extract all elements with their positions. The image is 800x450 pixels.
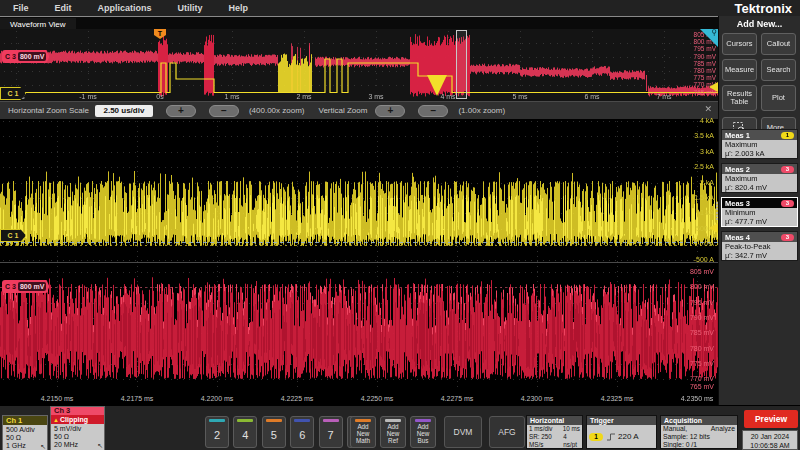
vertical-zoom-plus-button[interactable]: + [375, 105, 405, 117]
trigger-panel[interactable]: Trigger 1 220 A [586, 415, 657, 449]
acquisition-mode: Manual, [663, 425, 687, 433]
waveform-overview[interactable]: -2 ms-1 ms0s1 ms2 ms3 ms4 ms5 ms6 ms7 ms… [0, 29, 718, 101]
acquisition-analyze: Analyze [711, 425, 735, 433]
channel-number: 5 [271, 422, 277, 447]
ch3-axis-label: 805 mV [690, 268, 714, 276]
ch1-axis-label: 2.5 kA [694, 163, 714, 171]
add-button-label: AddNewMath [356, 422, 370, 447]
ch3-axis-label: 765 mV [690, 383, 714, 391]
sidebar-splitter-handle[interactable] [714, 202, 720, 220]
ch1-bandwidth: 1 GHz [6, 442, 44, 450]
horizontal-value: 1 ms/div [529, 425, 552, 433]
acquisition-single: Single: 0 /1 [663, 441, 735, 449]
acquisition-sample: Sample: 12 bits [663, 433, 735, 441]
horizontal-zoom-factor: (400.00x zoom) [249, 106, 305, 115]
trigger-source-badge: 1 [589, 433, 603, 441]
overview-time-label: 7 ms [656, 93, 671, 100]
overview-voltage-label: 785 mV [694, 60, 716, 67]
afg-button[interactable]: AFG [489, 416, 525, 448]
channel-4-button[interactable]: 4 [233, 416, 257, 448]
add-search-button[interactable]: Search [761, 59, 796, 81]
ch3-axis-label: 780 mV [690, 345, 714, 353]
horizontal-zoom-minus-button[interactable]: − [209, 105, 239, 117]
horizontal-panel-title: Horizontal [527, 416, 582, 425]
horizontal-value: SR: 250 MS/s [529, 433, 563, 449]
ch3-axis-label: 770 mV [690, 375, 714, 383]
expand-arrow-icon: ↖ [97, 442, 103, 450]
close-zoom-icon[interactable]: ✕ [704, 104, 712, 114]
warning-icon: ▲ [53, 417, 59, 423]
main-ch3-badge[interactable]: C 3 800 mV [2, 280, 49, 293]
add-new-math-button[interactable]: AddNewMath [350, 416, 376, 448]
ch1-axis-label: 0 A [704, 240, 714, 248]
overview-time-label: 6 ms [584, 93, 599, 100]
overview-canvas[interactable] [0, 29, 718, 101]
meas-chip-header: Meas 11 [722, 130, 797, 140]
meas-chip-header: Meas 23 [722, 164, 797, 174]
channel-2-button[interactable]: 2 [205, 416, 229, 448]
menu-item-help[interactable]: Help [216, 3, 262, 13]
menu-item-applications[interactable]: Applications [85, 3, 165, 13]
ch3-axis-label: 785 mV [690, 329, 714, 337]
dvm-button[interactable]: DVM [444, 416, 482, 448]
ch3-settings-badge[interactable]: Ch 3 ▲Clipping 5 mV/div 50 Ω 20 MHz ↖ [50, 406, 105, 450]
ch1-axis-label: 3.5 kA [694, 132, 714, 140]
rising-edge-icon [606, 432, 616, 442]
date-value: 20 Jan 2024 [743, 432, 797, 441]
meas-chip-2[interactable]: Meas 23Maximumµ': 820.4 mV [721, 163, 798, 193]
ch3-bandwidth: 20 MHz [54, 441, 101, 449]
ch3-axis-label: 775 mV [690, 360, 714, 368]
channel-5-button[interactable]: 5 [262, 416, 286, 448]
zoom-selection-box[interactable] [456, 30, 467, 99]
meas-type: Peak-to-Peak [725, 242, 794, 251]
vertical-zoom-minus-button[interactable]: − [418, 105, 448, 117]
add-measure-button[interactable]: Measure [722, 59, 757, 81]
add-callout-button[interactable]: Callout [761, 33, 796, 55]
main-time-label: 4.2325 ms [601, 395, 634, 402]
add-cursors-button[interactable]: Cursors [722, 33, 757, 55]
overview-time-label: 5 ms [512, 93, 527, 100]
zoomed-waveform-view[interactable]: 4 kA3.5 kA3 kA2.5 kA2 kA1.5 kA1 kA500 A0… [0, 119, 718, 405]
ch3-axis-label: 790 mV [690, 314, 714, 322]
ch1-position-arrow[interactable] [709, 223, 718, 233]
meas-source-badge: 3 [781, 234, 794, 241]
add-plot-button[interactable]: Plot [761, 85, 796, 111]
ch1-badge-body: 500 A/div 50 Ω 1 GHz ↖ [3, 425, 47, 450]
channel-7-button[interactable]: 7 [319, 416, 343, 448]
add-new-bus-button[interactable]: AddNewBus [410, 416, 436, 448]
horizontal-zoom-plus-button[interactable]: + [166, 105, 196, 117]
ch1-settings-badge[interactable]: Ch 1 500 A/div 50 Ω 1 GHz ↖ [2, 415, 48, 450]
meas-chip-4[interactable]: Meas 43Peak-to-Peakµ': 342.7 mV [721, 231, 798, 261]
tab-bar: Waveform View [0, 16, 718, 29]
meas-type: Minimum [725, 208, 794, 217]
meas-value: µ': 820.4 mV [725, 183, 794, 192]
trigger-panel-body: 1 220 A [587, 425, 656, 448]
horizontal-zoom-value[interactable]: 2.50 us/div [95, 105, 153, 117]
add-new-title: Add New... [719, 19, 800, 29]
time-value: 10:06:58 AM [743, 441, 797, 450]
menu-item-file[interactable]: File [0, 3, 42, 13]
meas-chip-body: Maximumµ': 2.003 kA [722, 140, 797, 158]
overview-voltage-label: 790 mV [694, 53, 716, 60]
overview-time-label: 3 ms [368, 93, 383, 100]
meas-name: Meas 4 [725, 233, 750, 242]
main-waveform-canvas[interactable] [0, 119, 718, 393]
main-time-label: 4.2200 ms [201, 395, 234, 402]
main-time-label: 4.2150 ms [41, 395, 74, 402]
menu-item-utility[interactable]: Utility [165, 3, 216, 13]
add-new-ref-button[interactable]: AddNewRef [380, 416, 406, 448]
menu-item-edit[interactable]: Edit [42, 3, 85, 13]
add-results-table-button[interactable]: Results Table [722, 85, 757, 111]
meas-chip-3[interactable]: Meas 33Minimumµ': 477.7 mV [721, 197, 798, 227]
preview-button[interactable]: Preview [744, 410, 798, 428]
ch1-position-arrow-overview[interactable] [709, 82, 718, 92]
meas-value: µ': 477.7 mV [725, 217, 794, 226]
meas-chip-1[interactable]: Meas 11Maximumµ': 2.003 kA [721, 129, 798, 159]
overview-ch3-badge[interactable]: C 3 800 mV [2, 50, 49, 63]
ch3-clipping-warning: ▲Clipping [51, 415, 104, 424]
horizontal-panel[interactable]: Horizontal 1 ms/div10 msSR: 250 MS/s4 ns… [526, 415, 583, 449]
expand-arrow-icon: ↖ [40, 443, 46, 450]
tektronix-logo: Tektronix [734, 1, 792, 16]
acquisition-panel[interactable]: Acquisition Manual,Analyze Sample: 12 bi… [660, 415, 738, 449]
channel-6-button[interactable]: 6 [290, 416, 314, 448]
